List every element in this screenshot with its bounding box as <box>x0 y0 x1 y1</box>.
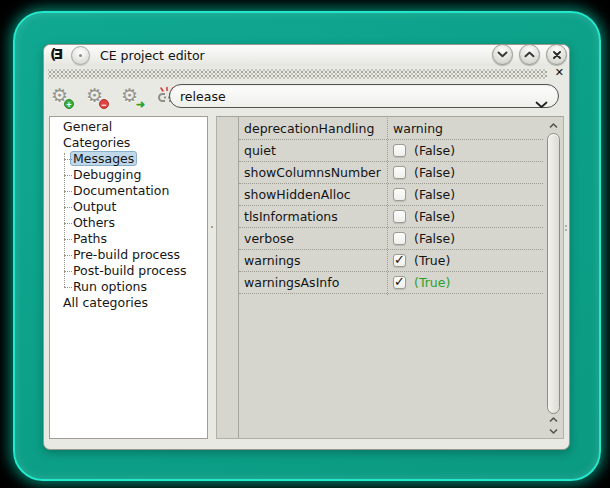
property-name: tlsInformations <box>239 209 387 224</box>
checkmark-icon: ✓ <box>394 274 405 289</box>
window-controls <box>492 44 567 65</box>
tree-branch-stub <box>64 223 72 224</box>
properties-table: deprecationHandlingwarningquiet(False)sh… <box>239 118 543 294</box>
tree-branch-stub <box>64 207 72 208</box>
checkbox[interactable] <box>393 144 406 157</box>
sidebar-item-paths[interactable]: Paths <box>50 231 206 247</box>
vertical-scrollbar[interactable] <box>546 119 561 436</box>
property-value-text: (True) <box>414 253 450 268</box>
sidebar-item-label: Run options <box>73 279 147 295</box>
sidebar-item-label: Others <box>73 215 115 231</box>
property-row-tlsInformations[interactable]: tlsInformations(False) <box>239 206 543 228</box>
tree-items: GeneralCategoriesMessagesDebuggingDocume… <box>50 119 206 311</box>
app-logo-icon: (Ǝ <box>50 46 60 62</box>
sidebar-item-pre-build-process[interactable]: Pre-build process <box>50 247 206 263</box>
dock-close-icon[interactable]: ✕ <box>555 66 564 80</box>
tree-branch-stub <box>64 175 72 176</box>
sidebar-item-label: Post-build process <box>73 263 186 279</box>
property-value: (False) <box>387 209 455 224</box>
property-value-text: (False) <box>414 165 455 180</box>
dock-handle-texture[interactable] <box>48 69 547 79</box>
checkbox[interactable] <box>393 166 406 179</box>
toolbar-buttons: ⚙+⚙−⚙➜ <box>50 85 179 109</box>
copy-configuration-button[interactable]: ⚙➜ <box>120 85 144 109</box>
right-edge-grip[interactable] <box>565 225 567 233</box>
scroll-up-button-bottom[interactable] <box>546 414 561 425</box>
properties-panel: deprecationHandlingwarningquiet(False)sh… <box>216 116 564 439</box>
property-value: (False) <box>387 143 455 158</box>
app-window: (Ǝ CE project editor ✕ ⚙+⚙−⚙➜ release Ge… <box>43 44 570 450</box>
tree-branch-stub <box>64 191 72 192</box>
tree-branch-stub <box>64 287 72 288</box>
sidebar-item-label: All categories <box>63 295 148 311</box>
property-name: warningsAsInfo <box>239 275 387 290</box>
sidebar-item-general[interactable]: General <box>50 119 206 135</box>
checkbox[interactable]: ✓ <box>393 276 406 289</box>
property-row-quiet[interactable]: quiet(False) <box>239 140 543 162</box>
property-value: ✓(True) <box>387 275 450 290</box>
remove-configuration-button[interactable]: ⚙− <box>85 85 109 109</box>
checkbox[interactable] <box>393 188 406 201</box>
property-value: ✓(True) <box>387 253 450 268</box>
scroll-up-button[interactable] <box>546 120 561 131</box>
window-title: CE project editor <box>100 48 205 63</box>
property-row-warnings[interactable]: warnings✓(True) <box>239 250 543 272</box>
property-name: showColumnsNumber <box>239 165 387 180</box>
window-menu-button[interactable] <box>71 46 90 65</box>
property-value-text: (True) <box>414 275 450 290</box>
tree-branch-stub <box>64 159 72 160</box>
categories-tree: GeneralCategoriesMessagesDebuggingDocume… <box>49 116 208 439</box>
sidebar-item-label: Categories <box>63 135 130 151</box>
sidebar-item-run-options[interactable]: Run options <box>50 279 206 295</box>
sidebar-item-label: Paths <box>73 231 107 247</box>
checkbox[interactable]: ✓ <box>393 254 406 267</box>
property-row-deprecationHandling[interactable]: deprecationHandlingwarning <box>239 118 543 140</box>
maximize-button[interactable] <box>519 44 540 65</box>
sidebar-item-others[interactable]: Others <box>50 215 206 231</box>
dock-header[interactable]: ✕ <box>44 66 569 81</box>
property-value: (False) <box>387 165 455 180</box>
sidebar-item-post-build-process[interactable]: Post-build process <box>50 263 206 279</box>
scrollbar-thumb[interactable] <box>547 133 560 414</box>
splitter-grip <box>211 226 213 228</box>
sidebar-item-label: Debugging <box>73 167 141 183</box>
configuration-select-value: release <box>180 89 226 104</box>
configuration-select[interactable]: release <box>169 84 559 108</box>
tree-branch-stub <box>64 271 72 272</box>
property-value-text: (False) <box>414 143 455 158</box>
property-value: (False) <box>387 187 455 202</box>
sidebar-item-categories[interactable]: Categories <box>50 135 206 151</box>
checkbox[interactable] <box>393 210 406 223</box>
tree-branch-stub <box>64 239 72 240</box>
sidebar-item-debugging[interactable]: Debugging <box>50 167 206 183</box>
property-name: deprecationHandling <box>239 121 387 136</box>
property-row-verbose[interactable]: verbose(False) <box>239 228 543 250</box>
sidebar-item-all-categories[interactable]: All categories <box>50 295 206 311</box>
sidebar-item-output[interactable]: Output <box>50 199 206 215</box>
configuration-toolbar: ⚙+⚙−⚙➜ release <box>44 81 569 115</box>
sidebar-item-messages[interactable]: Messages <box>50 151 206 167</box>
tree-branch-stub <box>64 255 72 256</box>
close-button[interactable] <box>546 44 567 65</box>
shade-button[interactable] <box>492 44 513 65</box>
sidebar-item-label: Messages <box>70 151 137 166</box>
add-configuration-button[interactable]: ⚙+ <box>50 85 74 109</box>
property-row-showColumnsNumber[interactable]: showColumnsNumber(False) <box>239 162 543 184</box>
checkbox[interactable] <box>393 232 406 245</box>
property-value-text: warning <box>393 121 443 136</box>
plus-badge-icon: + <box>64 99 74 109</box>
sidebar-item-label: General <box>63 119 112 135</box>
property-value-text: (False) <box>414 231 455 246</box>
sidebar-item-label: Documentation <box>73 183 169 199</box>
panel-splitter[interactable] <box>208 116 216 439</box>
sidebar-item-documentation[interactable]: Documentation <box>50 183 206 199</box>
property-name: quiet <box>239 143 387 158</box>
property-name: showHiddenAlloc <box>239 187 387 202</box>
property-row-showHiddenAlloc[interactable]: showHiddenAlloc(False) <box>239 184 543 206</box>
property-row-warningsAsInfo[interactable]: warningsAsInfo✓(True) <box>239 272 543 294</box>
property-value-text: (False) <box>414 187 455 202</box>
scroll-down-button[interactable] <box>546 425 561 436</box>
sidebar-item-label: Output <box>73 199 116 215</box>
property-name: verbose <box>239 231 387 246</box>
titlebar[interactable]: (Ǝ CE project editor <box>44 45 569 66</box>
